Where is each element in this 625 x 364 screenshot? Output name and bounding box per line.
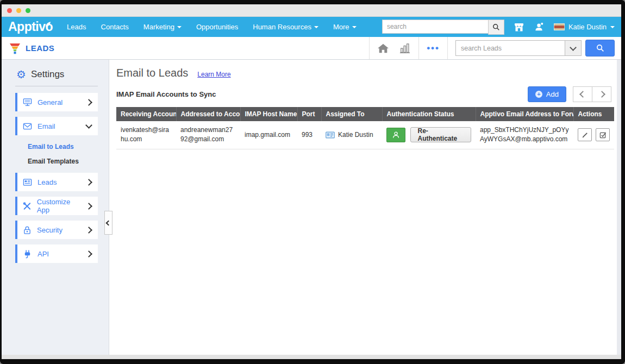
sidebar-item-security[interactable]: Security [15, 221, 98, 239]
scrollbar-gutter[interactable] [617, 60, 621, 355]
chevron-right-icon [85, 227, 92, 234]
plus-icon: + [535, 91, 542, 98]
cell-receiving-account: ivenkatesh@sirahu.com [116, 121, 176, 149]
email-submenu: Email to Leads Email Templates [2, 141, 109, 170]
chevron-right-icon [85, 179, 92, 186]
chevron-right-icon [598, 91, 605, 98]
authenticated-user-icon [392, 131, 400, 139]
sidebar-item-email-templates[interactable]: Email Templates [28, 158, 109, 165]
chevron-left-icon [106, 220, 111, 225]
global-search-button[interactable] [488, 20, 504, 35]
search-options-dropdown[interactable] [565, 41, 581, 55]
cell-imap-host-name: imap.gmail.com [240, 121, 297, 149]
sidebar-item-general[interactable]: General [15, 93, 98, 111]
app-name[interactable]: LEADS [26, 43, 54, 53]
nav-item-human-resources[interactable]: Human Resources [253, 23, 318, 31]
cell-addressed-to-account: andreanewman2792@gmail.com [176, 121, 240, 149]
window-close-button[interactable] [7, 8, 12, 13]
plug-icon [23, 249, 32, 259]
col-header-imap-host-name: IMAP Host Name [240, 107, 297, 121]
prev-page-button[interactable] [573, 86, 592, 102]
reports-button[interactable] [399, 43, 411, 54]
chevron-down-icon [570, 44, 577, 51]
leads-funnel-icon [9, 42, 21, 54]
leaf-icon [45, 16, 51, 30]
pagination [573, 86, 611, 102]
overflow-dots-icon: ••• [427, 43, 440, 53]
user-name: Katie Dustin [568, 23, 607, 31]
global-search-input[interactable] [382, 20, 488, 34]
apptivo-logo[interactable]: Apptivo [8, 20, 53, 34]
global-search [382, 20, 504, 35]
app-search-button[interactable] [585, 40, 615, 57]
lock-icon [23, 225, 32, 235]
gear-icon: ⚙ [16, 69, 26, 80]
col-header-assigned-to: Assigned To [321, 107, 382, 121]
leads-doc-icon [23, 178, 32, 186]
user-menu[interactable]: Katie Dustin [554, 23, 615, 31]
app-search-input[interactable] [456, 41, 565, 55]
page-title: Email to Leads [116, 67, 188, 79]
table-row: ivenkatesh@sirahu.com andreanewman2792@g… [116, 121, 614, 149]
col-header-port: Port [297, 107, 321, 121]
notifications-button[interactable] [534, 21, 545, 33]
col-header-receiving-account: Receiving Account [116, 107, 176, 121]
col-header-addressed-to-account: Addressed to Account [176, 107, 240, 121]
user-notification-icon [534, 21, 545, 33]
settings-header: ⚙ Settings [2, 60, 109, 80]
settings-sidebar: ⚙ Settings General Email Email to Leads [2, 60, 109, 355]
window-titlebar [2, 4, 621, 17]
app-toolbar-icons [369, 37, 418, 59]
settings-title: Settings [31, 69, 64, 80]
search-icon [596, 44, 604, 52]
window-minimize-button[interactable] [16, 8, 21, 13]
cell-port: 993 [297, 121, 321, 149]
chevron-down-icon [85, 122, 92, 129]
auth-status-button[interactable] [386, 128, 405, 142]
chevron-right-icon [85, 203, 92, 210]
pencil-icon [582, 131, 589, 139]
screenshot-frame: Apptivo Leads Contacts Marketing Opportu… [0, 0, 625, 364]
cell-authentication-status: Re-Authenticate [382, 121, 476, 149]
home-button[interactable] [377, 43, 389, 54]
window-zoom-button[interactable] [26, 8, 30, 13]
sidebar-collapse-handle[interactable] [104, 211, 112, 235]
edit-button[interactable] [578, 128, 592, 141]
nav-item-opportunities[interactable]: Opportunities [196, 23, 238, 31]
next-page-button[interactable] [592, 86, 611, 102]
nav-item-contacts[interactable]: Contacts [101, 23, 129, 31]
app-search [447, 37, 621, 59]
browser-window: Apptivo Leads Contacts Marketing Opportu… [2, 4, 621, 359]
sidebar-item-api[interactable]: API [15, 244, 98, 263]
section-title: IMAP Email Accounts to Sync [116, 90, 216, 98]
imap-accounts-table: Receiving Account Addressed to Account I… [116, 107, 614, 149]
re-authenticate-button[interactable]: Re-Authenticate [410, 127, 471, 142]
caret-down-icon [610, 26, 615, 28]
chevron-left-icon [579, 91, 586, 98]
sidebar-item-customize-app[interactable]: Customize App [15, 197, 98, 215]
tools-icon [23, 202, 32, 211]
sidebar-item-email[interactable]: Email [15, 117, 98, 135]
bar-chart-icon [399, 43, 411, 54]
home-icon [377, 43, 389, 54]
chevron-right-icon [85, 250, 92, 258]
verify-button[interactable] [596, 128, 610, 141]
caret-down-icon [352, 26, 357, 28]
nav-item-more[interactable]: More [333, 23, 357, 31]
overflow-menu[interactable]: ••• [418, 37, 447, 59]
learn-more-link[interactable]: Learn More [197, 71, 230, 78]
add-button[interactable]: + Add [528, 86, 566, 102]
cell-assigned-to: Katie Dustin [321, 121, 382, 149]
sidebar-item-email-to-leads[interactable]: Email to Leads [28, 143, 109, 150]
sidebar-item-leads[interactable]: Leads [15, 173, 98, 191]
divider [15, 86, 98, 86]
caret-down-icon [314, 26, 318, 28]
cell-actions [573, 121, 614, 149]
assigned-to-name: Katie Dustin [338, 131, 373, 139]
contact-card-icon [326, 131, 335, 139]
nav-item-leads[interactable]: Leads [67, 23, 86, 31]
app-store-button[interactable] [513, 21, 525, 33]
envelope-icon [23, 122, 32, 130]
top-navigation-bar: Apptivo Leads Contacts Marketing Opportu… [2, 17, 621, 37]
nav-item-marketing[interactable]: Marketing [143, 23, 182, 31]
